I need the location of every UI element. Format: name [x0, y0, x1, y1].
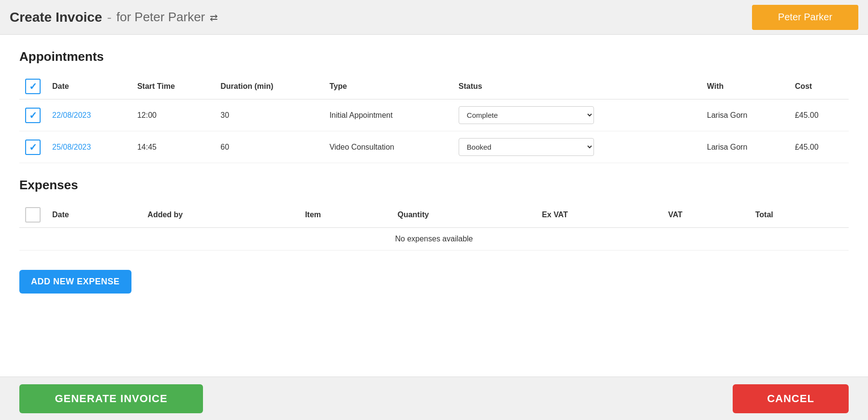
add-expense-button[interactable]: ADD NEW EXPENSE — [19, 270, 131, 294]
expenses-col-header-vat: VAT — [662, 202, 749, 228]
expenses-col-header-item: Item — [299, 202, 391, 228]
appointment-status-cell-0: CompleteBookedCancelledNo Show — [453, 99, 701, 131]
expenses-empty-row: No expenses available — [19, 228, 849, 251]
select-all-appointments-checkbox[interactable]: ✓ — [25, 79, 41, 94]
appointment-checkbox-cell-1: ✓ — [19, 131, 46, 163]
appointment-date-0[interactable]: 22/08/2023 — [46, 99, 131, 131]
checkmark-icon: ✓ — [29, 111, 37, 120]
appointments-table: ✓ Date Start Time Duration (min) Type St… — [19, 74, 849, 163]
appointment-row: ✓25/08/202314:4560Video ConsultationComp… — [19, 131, 849, 163]
expenses-col-header-date: Date — [46, 202, 142, 228]
appointment-cost-0: £45.00 — [789, 99, 849, 131]
appointment-start-time-1: 14:45 — [131, 131, 215, 163]
col-header-cost: Cost — [789, 74, 849, 99]
expenses-empty-message: No expenses available — [19, 228, 849, 251]
col-header-status: Status — [453, 74, 701, 99]
main-content: Appointments ✓ Date Start Time Duration … — [0, 35, 868, 377]
expenses-col-header-quantity: Quantity — [391, 202, 536, 228]
page-header: Create Invoice - for Peter Parker ⇄ Pete… — [0, 0, 868, 35]
appointment-with-0: Larisa Gorn — [701, 99, 789, 131]
expenses-section: Expenses Date Added by Item Quantity Ex … — [19, 178, 849, 303]
col-header-date: Date — [46, 74, 131, 99]
appointment-status-select-0[interactable]: CompleteBookedCancelledNo Show — [459, 106, 594, 124]
page-footer: GENERATE INVOICE CANCEL — [0, 377, 868, 420]
appointment-checkbox-1[interactable]: ✓ — [25, 140, 41, 155]
expenses-col-header-ex-vat: Ex VAT — [536, 202, 662, 228]
appointments-header-row: ✓ Date Start Time Duration (min) Type St… — [19, 74, 849, 99]
col-header-duration: Duration (min) — [215, 74, 323, 99]
appointment-checkbox-0[interactable]: ✓ — [25, 108, 41, 123]
page-title-container: Create Invoice - for Peter Parker ⇄ — [10, 10, 218, 25]
expenses-table: Date Added by Item Quantity Ex VAT VAT T… — [19, 202, 849, 251]
checkmark-icon: ✓ — [29, 142, 37, 152]
appointments-title: Appointments — [19, 49, 849, 64]
col-header-checkbox: ✓ — [19, 74, 46, 99]
appointment-type-0: Initial Appointment — [324, 99, 453, 131]
appointment-duration-0: 30 — [215, 99, 323, 131]
appointment-with-1: Larisa Gorn — [701, 131, 789, 163]
cancel-button[interactable]: CANCEL — [733, 384, 849, 413]
expenses-col-header-total: Total — [750, 202, 849, 228]
page-title-dash: - — [107, 10, 111, 25]
col-header-type: Type — [324, 74, 453, 99]
appointment-duration-1: 60 — [215, 131, 323, 163]
expenses-header-row: Date Added by Item Quantity Ex VAT VAT T… — [19, 202, 849, 228]
appointment-type-1: Video Consultation — [324, 131, 453, 163]
appointment-row: ✓22/08/202312:0030Initial AppointmentCom… — [19, 99, 849, 131]
appointments-section: Appointments ✓ Date Start Time Duration … — [19, 49, 849, 163]
appointment-date-1[interactable]: 25/08/2023 — [46, 131, 131, 163]
swap-icon[interactable]: ⇄ — [210, 12, 218, 23]
appointment-start-time-0: 12:00 — [131, 99, 215, 131]
appointment-cost-1: £45.00 — [789, 131, 849, 163]
client-button[interactable]: Peter Parker — [752, 5, 858, 30]
checkmark-icon: ✓ — [29, 82, 37, 91]
appointment-checkbox-cell-0: ✓ — [19, 99, 46, 131]
page-title-for: for Peter Parker — [116, 10, 205, 25]
expenses-col-header-added-by: Added by — [142, 202, 299, 228]
generate-invoice-button[interactable]: GENERATE INVOICE — [19, 384, 203, 413]
col-header-with: With — [701, 74, 789, 99]
expenses-col-header-checkbox — [19, 202, 46, 228]
col-header-start-time: Start Time — [131, 74, 215, 99]
appointment-status-select-1[interactable]: CompleteBookedCancelledNo Show — [459, 138, 594, 156]
appointment-status-cell-1: CompleteBookedCancelledNo Show — [453, 131, 701, 163]
page-title-main: Create Invoice — [10, 10, 102, 25]
select-all-expenses-checkbox[interactable] — [25, 207, 41, 223]
expenses-title: Expenses — [19, 178, 849, 193]
